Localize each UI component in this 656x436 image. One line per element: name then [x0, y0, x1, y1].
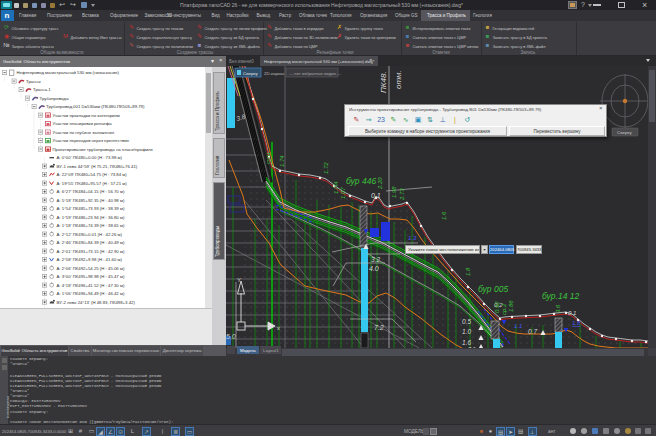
svg-text:3.2: 3.2: [371, 256, 380, 263]
svg-text:2.73: 2.73: [399, 188, 405, 201]
svg-text:А: 2°58' ПК492+9.98 (Н : 41.60: А: 2°58' ПК492+9.98 (Н : 41.60 м): [57, 257, 123, 262]
svg-text:2D-каркас: 2D-каркас: [264, 71, 285, 76]
svg-text:0.1: 0.1: [371, 192, 381, 199]
svg-text:А: 0°00' ПК480+0.00 (Н : 73.98: А: 0°00' ПК480+0.00 (Н : 73.98 м): [57, 155, 123, 160]
svg-text:бур 005: бур 005: [478, 284, 508, 294]
svg-text:А: 1°18' ПК486+74.39 (Н : 38.6: А: 1°18' ПК486+74.39 (Н : 38.65 м): [57, 223, 125, 228]
svg-text:1.П4: 1.П4: [333, 181, 339, 194]
svg-text:Участки прокладки по категория: Участки прокладки по категориям: [53, 113, 120, 118]
svg-text:3.6: 3.6: [555, 304, 561, 313]
svg-text:1.72: 1.72: [323, 162, 329, 174]
svg-text:1.6: 1.6: [462, 339, 471, 346]
svg-text:1.0: 1.0: [462, 328, 471, 335]
svg-text:1.86: 1.86: [508, 300, 514, 312]
svg-text:Трубопроводы: Трубопроводы: [40, 96, 69, 101]
svg-text:--- нет избранных видов ---: --- нет избранных видов ---: [289, 71, 342, 76]
svg-text:А: 19°55' ПК480+95.57 (Н : 57.: А: 19°55' ПК480+95.57 (Н : 57.21 м): [57, 181, 128, 186]
svg-text:сущ: сущ: [265, 153, 271, 164]
svg-text:7.2: 7.2: [374, 324, 384, 331]
svg-text:А: 1°54' ПК485+73.93 (Н : 38.3: А: 1°54' ПК485+73.93 (Н : 38.39 м): [57, 206, 125, 211]
svg-text:1.8: 1.8: [465, 267, 471, 276]
svg-text:ВУ-1 лево 44°59' (Н 75.21, ПК4: ВУ-1 лево 44°59' (Н 75.21, ПК480+76.41): [57, 164, 138, 169]
svg-text:Layout1: Layout1: [263, 348, 279, 353]
svg-text:Трасса-1: Трасса-1: [33, 87, 51, 92]
svg-text:А: 4°18' ПК496+41.52 (Н : 47.3: А: 4°18' ПК496+41.52 (Н : 47.30 м): [57, 283, 125, 288]
svg-text:Трубопровод,001 D=530мм (ПК480: Трубопровод,001 D=530мм (ПК480-ПК503+89.…: [46, 104, 145, 109]
svg-text:1.6: 1.6: [441, 211, 447, 220]
svg-text:1.74: 1.74: [279, 155, 285, 167]
svg-text:А: 5°18' ПК485+92.35 (Н : 40.9: А: 5°18' ПК485+92.35 (Н : 40.98 м): [57, 198, 125, 203]
svg-text:А: 2°01' ПК491+73.15 (Н : 42.9: А: 2°01' ПК491+73.15 (Н : 42.90 м): [57, 249, 125, 254]
svg-text:4.0: 4.0: [369, 265, 379, 272]
svg-text:0.7: 0.7: [528, 328, 537, 335]
svg-text:Сверху: Сверху: [243, 71, 258, 76]
svg-text:x: x: [277, 325, 280, 331]
svg-text:А: 1°59' ПК486+23.94 (Н : 36.8: А: 1°59' ПК486+23.94 (Н : 36.80 м): [57, 215, 125, 220]
svg-text:Участки планировки рельефа: Участки планировки рельефа: [53, 121, 113, 126]
svg-text:А: 22°09' ПК480+54.75 (Н : 73.: А: 22°09' ПК480+54.75 (Н : 73.84 м): [57, 172, 128, 177]
svg-text:Сверху: Сверху: [617, 130, 632, 135]
svg-text:бур 446: бур 446: [346, 176, 376, 186]
svg-text:0.1: 0.1: [568, 310, 576, 316]
svg-text:А: 1°06' ПК496+94.49 (Н : 46.4: А: 1°06' ПК496+94.49 (Н : 46.42 м): [57, 291, 125, 296]
svg-text:ВУ-2 лево 24°13' (Н 48.83, ПК4: ВУ-2 лево 24°13' (Н 48.83, ПК498+3.42): [57, 300, 136, 305]
svg-text:Нефтепровод магистральный 530: Нефтепровод магистральный 530 мм (низыск…: [17, 70, 120, 75]
svg-text:Участки переходов через препят: Участки переходов через препятствия: [53, 138, 130, 143]
svg-text:А: 2°46' ПК490+84.39 (Н : 40.4: А: 2°46' ПК490+84.39 (Н : 40.49 м): [57, 240, 125, 245]
svg-text:отм.: отм.: [394, 70, 403, 89]
svg-text:1.07: 1.07: [340, 187, 346, 199]
svg-text:А: 2°12' ПК490+0.01 (Н : 42.26: А: 2°12' ПК490+0.01 (Н : 42.26 м): [57, 232, 123, 237]
svg-text:1.98: 1.98: [391, 186, 397, 198]
svg-text:ср.2: ср.2: [501, 303, 507, 315]
svg-text:0.92: 0.92: [494, 301, 500, 313]
svg-text:5.0: 5.0: [226, 333, 236, 340]
svg-text:Участки по глубине заложения: Участки по глубине заложения: [53, 130, 115, 135]
svg-text:бур.14 12: бур.14 12: [542, 291, 579, 301]
svg-text:Трассы: Трассы: [26, 79, 41, 84]
svg-text:А: 6°27' ПК484+04.15 (Н : 56.7: А: 6°27' ПК484+04.15 (Н : 56.70 м): [57, 189, 125, 194]
svg-text:1.8: 1.8: [572, 320, 581, 326]
svg-text:1.1: 1.1: [514, 323, 522, 329]
svg-text:А: 3°00' ПК495+98.98 (Н : 45.4: А: 3°00' ПК495+98.98 (Н : 45.47 м): [57, 274, 125, 279]
svg-text:2.20: 2.20: [377, 177, 383, 190]
svg-text:1.3: 1.3: [408, 235, 417, 241]
svg-text:А: 2°06' ПК492+54.25 (Н : 45.0: А: 2°06' ПК492+54.25 (Н : 45.06 м): [57, 266, 125, 271]
svg-text:0.5: 0.5: [462, 318, 471, 325]
svg-text:Модель: Модель: [240, 348, 256, 353]
svg-text:ПК48.: ПК48.: [379, 71, 388, 93]
svg-text:Проектирование трубопровода на: Проектирование трубопровода на плане/про…: [53, 147, 154, 152]
svg-text:Y: Y: [237, 277, 241, 283]
